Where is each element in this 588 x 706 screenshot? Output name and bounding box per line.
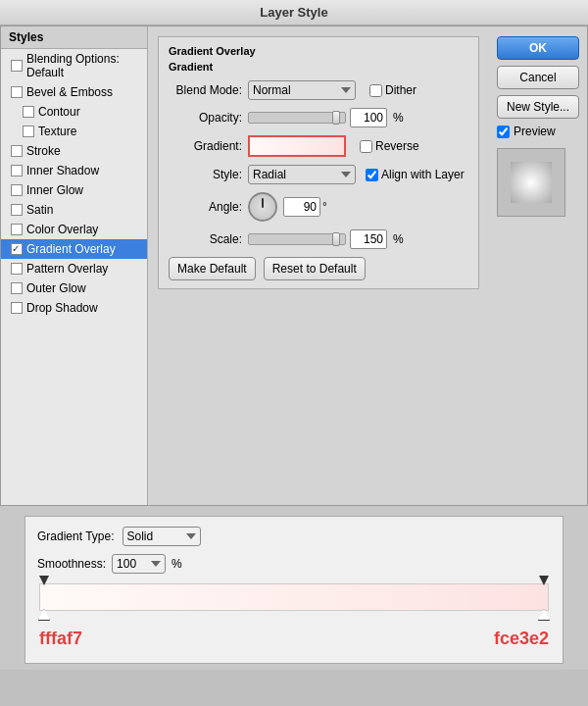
bottom-buttons: Make Default Reset to Default: [169, 257, 468, 280]
sidebar-item-inner-glow[interactable]: Inner Glow: [1, 180, 147, 200]
sidebar-checkbox-pattern-overlay[interactable]: [11, 263, 23, 275]
sidebar-item-label-inner-glow: Inner Glow: [26, 183, 83, 197]
scale-slider[interactable]: [248, 233, 346, 245]
sidebar-item-gradient-overlay[interactable]: Gradient Overlay: [1, 239, 147, 259]
sidebar-item-bevel-emboss[interactable]: Bevel & Emboss: [1, 82, 147, 102]
blend-mode-label: Blend Mode:: [169, 83, 242, 97]
sidebar-item-label-inner-shadow: Inner Shadow: [26, 164, 99, 177]
sidebar-items: Blending Options: DefaultBevel & EmbossC…: [1, 49, 147, 318]
sidebar-checkbox-blending-options[interactable]: [11, 60, 23, 72]
sidebar-checkbox-outer-glow[interactable]: [11, 282, 23, 294]
sidebar-item-blending-options[interactable]: Blending Options: Default: [1, 49, 147, 82]
opacity-label: Opacity:: [169, 111, 242, 125]
sidebar-item-satin[interactable]: Satin: [1, 200, 147, 220]
sidebar-item-label-bevel-emboss: Bevel & Emboss: [26, 85, 113, 99]
sidebar-checkbox-inner-shadow[interactable]: [11, 165, 23, 176]
blend-mode-row: Blend Mode: Normal Dissolve Multiply Scr…: [169, 80, 468, 100]
scale-label: Scale:: [169, 232, 242, 246]
gradient-overlay-section: Gradient Overlay Gradient Blend Mode: No…: [158, 36, 479, 289]
preview-label-row: Preview: [497, 125, 579, 138]
sidebar-item-color-overlay[interactable]: Color Overlay: [1, 220, 147, 239]
sidebar-item-label-contour: Contour: [38, 105, 80, 119]
gradient-panel: Gradient Type: Solid Noise Smoothness: 1…: [24, 516, 564, 664]
opacity-input[interactable]: [350, 108, 387, 127]
window-title: Layer Style: [260, 5, 327, 20]
color-labels: fffaf7 fce3e2: [37, 629, 551, 649]
style-row: Style: Linear Radial Angle Reflected Dia…: [169, 165, 468, 184]
gradient-panel-header: Gradient Type: Solid Noise: [37, 527, 551, 546]
sidebar-checkbox-contour[interactable]: [23, 106, 34, 118]
gradient-type-label: Gradient Type:: [37, 530, 115, 543]
gradient-bar-container: [39, 583, 549, 611]
opacity-slider-container: %: [248, 108, 404, 127]
dither-label: Dither: [385, 83, 416, 97]
gradient-bar[interactable]: [39, 583, 549, 611]
scale-input[interactable]: [350, 229, 387, 249]
angle-unit: °: [322, 200, 327, 214]
sidebar-item-label-gradient-overlay: Gradient Overlay: [26, 242, 116, 256]
sidebar-checkbox-stroke[interactable]: [11, 145, 23, 157]
opacity-slider[interactable]: [248, 112, 346, 124]
style-select[interactable]: Linear Radial Angle Reflected Diamond: [248, 165, 356, 184]
align-with-layer-label: Align with Layer: [381, 168, 465, 181]
gradient-preview[interactable]: [248, 135, 346, 157]
gradient-row: Gradient: Reverse: [169, 135, 468, 157]
title-bar: Layer Style: [0, 0, 588, 25]
dither-checkbox[interactable]: [369, 84, 382, 97]
angle-input[interactable]: [283, 197, 320, 217]
preview-checkbox[interactable]: [497, 126, 510, 138]
scale-unit: %: [393, 232, 404, 246]
color-label-left: fffaf7: [39, 629, 82, 649]
cancel-button[interactable]: Cancel: [497, 66, 579, 89]
smoothness-unit: %: [172, 557, 182, 571]
make-default-button[interactable]: Make Default: [169, 257, 256, 280]
sidebar-item-texture[interactable]: Texture: [1, 122, 147, 141]
align-with-layer-checkbox[interactable]: [366, 169, 378, 181]
reset-to-default-button[interactable]: Reset to Default: [264, 257, 366, 280]
sidebar-item-label-pattern-overlay: Pattern Overlay: [26, 262, 108, 276]
color-label-right: fce3e2: [494, 629, 549, 649]
sidebar-item-outer-glow[interactable]: Outer Glow: [1, 278, 147, 298]
sidebar-checkbox-texture[interactable]: [23, 126, 34, 137]
sidebar-checkbox-inner-glow[interactable]: [11, 184, 23, 196]
sidebar-item-contour[interactable]: Contour: [1, 102, 147, 122]
sidebar-header: Styles: [1, 26, 147, 49]
sidebar-item-label-drop-shadow: Drop Shadow: [26, 301, 98, 315]
section-title: Gradient Overlay: [169, 45, 468, 57]
sidebar-item-label-outer-glow: Outer Glow: [26, 281, 86, 295]
reverse-checkbox[interactable]: [360, 140, 372, 153]
sidebar-item-inner-shadow[interactable]: Inner Shadow: [1, 161, 147, 180]
preview-box: [497, 148, 565, 217]
dialog: Styles Blending Options: DefaultBevel & …: [0, 25, 588, 506]
sidebar-item-pattern-overlay[interactable]: Pattern Overlay: [1, 259, 147, 278]
sidebar-checkbox-drop-shadow[interactable]: [11, 302, 23, 314]
angle-row: Angle: °: [169, 192, 468, 222]
subsection-title: Gradient: [169, 61, 468, 73]
sidebar-checkbox-bevel-emboss[interactable]: [11, 86, 23, 98]
gradient-type-select[interactable]: Solid Noise: [122, 527, 201, 546]
sidebar-item-label-stroke: Stroke: [26, 144, 61, 158]
scale-slider-container: %: [248, 229, 404, 249]
ok-button[interactable]: OK: [497, 36, 579, 60]
sidebar-item-stroke[interactable]: Stroke: [1, 141, 147, 161]
blend-mode-select[interactable]: Normal Dissolve Multiply Screen Overlay: [248, 80, 356, 100]
sidebar-item-label-satin: Satin: [26, 203, 53, 217]
new-style-button[interactable]: New Style...: [497, 95, 579, 119]
sidebar-checkbox-satin[interactable]: [11, 204, 23, 216]
angle-label: Angle:: [169, 200, 242, 214]
sidebar-item-label-blending-options: Blending Options: Default: [26, 52, 137, 79]
sidebar: Styles Blending Options: DefaultBevel & …: [1, 26, 148, 505]
sidebar-checkbox-color-overlay[interactable]: [11, 224, 23, 235]
angle-dial[interactable]: [248, 192, 277, 222]
scale-row: Scale: %: [169, 229, 468, 249]
opacity-row: Opacity: %: [169, 108, 468, 127]
style-label: Style:: [169, 168, 242, 181]
smoothness-select[interactable]: 100 75 50: [112, 554, 166, 574]
sidebar-checkbox-gradient-overlay[interactable]: [11, 243, 23, 255]
sidebar-item-label-texture: Texture: [38, 125, 76, 138]
opacity-unit: %: [393, 111, 404, 125]
reverse-label: Reverse: [375, 139, 419, 153]
right-buttons-panel: OK Cancel New Style... Preview: [489, 26, 587, 505]
sidebar-item-drop-shadow[interactable]: Drop Shadow: [1, 298, 147, 318]
sidebar-item-label-color-overlay: Color Overlay: [26, 223, 98, 236]
